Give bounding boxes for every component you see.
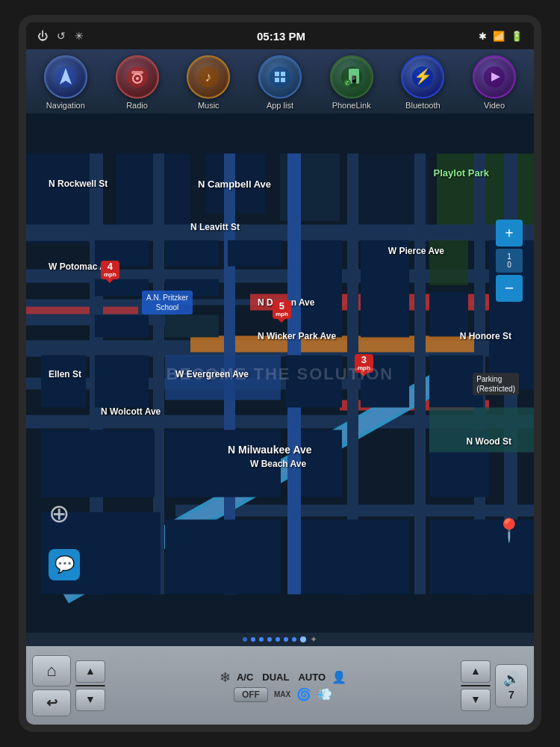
map-area[interactable]: N Rockwell St N Campbell Ave Playlot Par… — [26, 115, 534, 633]
svg-rect-80 — [429, 408, 534, 453]
zoom-panel: + 10 − — [496, 220, 523, 302]
fan-symbol: ✦ — [310, 634, 317, 645]
svg-rect-61 — [301, 241, 342, 338]
svg-rect-55 — [95, 315, 149, 338]
up-arrow-left[interactable]: ▲ — [75, 660, 105, 683]
nav-app-item[interactable]: Navigation — [44, 55, 87, 110]
nav-arrows-left: ▲ ▼ — [75, 660, 105, 711]
bluetooth-status-icon: ✱ — [479, 31, 487, 42]
zoom-out-button[interactable]: − — [496, 275, 523, 302]
svg-rect-59 — [165, 356, 281, 400]
svg-rect-67 — [95, 356, 149, 408]
phonelink-icon[interactable]: 📱✆ — [330, 55, 373, 99]
svg-point-4 — [136, 77, 139, 80]
applist-icon[interactable] — [258, 55, 302, 99]
navigation-label: Navigation — [46, 101, 85, 110]
nav-arrows-right: ▲ ▼ — [461, 660, 491, 711]
dual-label: DUAL — [262, 672, 289, 683]
hvac-off-button[interactable]: OFF — [234, 687, 268, 702]
down-arrow-left[interactable]: ▼ — [75, 689, 105, 711]
bluetooth-label: Bluetooth — [405, 101, 440, 110]
hvac-section: ❄ A/C DUAL AUTO 👤 OFF MAX 🌀 💨 — [110, 669, 456, 702]
speed-num-3: 3 — [361, 355, 367, 365]
music-label: Music — [198, 101, 220, 110]
map-svg — [26, 115, 534, 633]
status-left-icons: ⏻ ↺ ✳ — [37, 30, 84, 42]
dot-active — [300, 636, 306, 642]
radio-icon[interactable] — [116, 55, 159, 99]
volume-section: 🔊 7 — [495, 664, 528, 707]
crosshair-button[interactable]: ⊕ — [49, 498, 69, 528]
dot-2 — [251, 637, 255, 642]
clock-display: 05:13 PM — [257, 30, 305, 43]
max-label: MAX — [274, 690, 290, 698]
ac-label: A/C — [237, 672, 253, 683]
svg-rect-56 — [165, 241, 219, 267]
svg-rect-11 — [275, 78, 279, 82]
phonelink-app-item[interactable]: 📱✆ PhoneLink — [330, 55, 373, 110]
svg-rect-63 — [429, 241, 468, 285]
home-button[interactable]: ⌂ — [32, 655, 71, 686]
seat-heat-icon: 👤 — [332, 670, 346, 684]
progress-bar: ✦ — [26, 633, 534, 646]
svg-rect-58 — [165, 315, 219, 338]
svg-rect-54 — [95, 279, 149, 297]
volume-button[interactable]: 🔊 7 — [495, 664, 528, 707]
svg-point-8 — [270, 66, 290, 87]
svg-rect-72 — [95, 430, 155, 498]
music-app-item[interactable]: ♪ Music — [187, 55, 230, 110]
bottom-panel: ⌂ ↩ ▲ ▼ ❄ A/C DUAL AUTO — [26, 646, 534, 725]
applist-app-item[interactable]: App list — [258, 55, 302, 110]
svg-rect-66 — [41, 356, 86, 408]
zoom-level: 10 — [496, 249, 523, 273]
chat-button[interactable]: 💬 — [49, 549, 80, 580]
up-arrow-right[interactable]: ▲ — [461, 660, 491, 683]
bluetooth-app-item[interactable]: ⚡ Bluetooth — [401, 55, 444, 110]
radio-app-item[interactable]: Radio — [116, 55, 159, 110]
music-icon[interactable]: ♪ — [187, 55, 230, 99]
video-icon[interactable] — [473, 55, 516, 99]
zoom-in-button[interactable]: + — [496, 220, 523, 247]
parking-label: Parking(Restricted) — [473, 373, 519, 395]
speed-unit-3: mph — [358, 365, 370, 372]
video-label: Video — [484, 101, 505, 110]
svg-text:✆: ✆ — [344, 80, 349, 87]
svg-rect-12 — [281, 78, 285, 82]
back-button[interactable]: ↩ — [32, 689, 71, 716]
hvac-icons: ❄ A/C DUAL AUTO 👤 — [220, 669, 346, 686]
svg-text:⚡: ⚡ — [414, 67, 432, 85]
slider-right[interactable] — [461, 685, 491, 686]
back-icon: ↩ — [46, 695, 57, 711]
svg-rect-34 — [26, 307, 138, 314]
svg-rect-60 — [228, 241, 281, 267]
dot-7 — [292, 637, 296, 642]
dot-1 — [243, 637, 247, 642]
svg-rect-74 — [301, 430, 342, 498]
svg-rect-64 — [429, 292, 468, 337]
battery-status-icon: 🔋 — [511, 31, 523, 42]
bluetooth-icon[interactable]: ⚡ — [401, 55, 444, 99]
slider-left[interactable] — [75, 685, 105, 686]
hvac-bottom: OFF MAX 🌀 💨 — [234, 687, 332, 702]
svg-rect-62 — [361, 241, 409, 338]
svg-rect-78 — [301, 520, 409, 595]
svg-rect-9 — [275, 72, 279, 76]
app-menu: Navigation Radio ♪ Music App list — [26, 49, 534, 115]
dot-3 — [259, 637, 264, 642]
screen: ⏻ ↺ ✳ 05:13 PM ✱ 📶 🔋 Navigation — [26, 22, 534, 725]
video-app-item[interactable]: Video — [473, 55, 516, 110]
wifi-status-icon: 📶 — [493, 31, 505, 42]
vent-icon: 💨 — [317, 687, 332, 701]
status-right-icons: ✱ 📶 🔋 — [479, 31, 523, 42]
down-arrow-right[interactable]: ▼ — [461, 689, 491, 711]
speed-num-1: 4 — [108, 261, 113, 272]
speed-badge-3: 3 mph — [355, 354, 373, 373]
navigation-icon[interactable] — [44, 55, 87, 99]
hvac-labels: A/C DUAL AUTO — [237, 672, 326, 683]
school-label: A.N. PritzkerSchool — [142, 291, 193, 314]
svg-rect-77 — [165, 520, 281, 595]
home-icon: ⌂ — [46, 661, 56, 681]
dot-6 — [284, 637, 288, 642]
svg-text:♪: ♪ — [205, 69, 212, 84]
svg-rect-71 — [41, 430, 101, 498]
